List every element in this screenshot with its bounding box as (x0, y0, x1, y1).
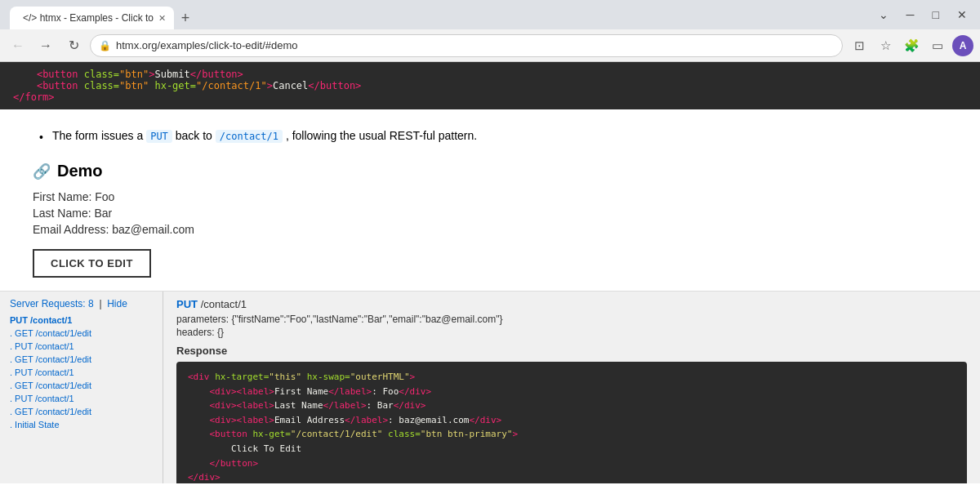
request-item-5[interactable]: . GET /contact/1/edit (10, 380, 153, 391)
request-path-0: /contact/1 (30, 315, 72, 325)
tab-bar: </> htmx - Examples - Click to ✕ + (10, 0, 869, 29)
code-line-2: <button class="btn" hx-get="/contact/1">… (13, 80, 967, 91)
toolbar-actions: ⊡ ☆ 🧩 ▭ A (848, 34, 973, 57)
requests-sidebar: Server Requests: 8 | Hide PUT /contact/1… (0, 292, 163, 483)
chevron-down-icon[interactable]: ⌄ (872, 7, 895, 23)
forward-button[interactable]: → (34, 34, 57, 57)
first-name-row: First Name: Foo (33, 190, 960, 203)
active-tab[interactable]: </> htmx - Examples - Click to ✕ (10, 7, 174, 29)
tab-title: </> htmx - Examples - Click to (23, 12, 154, 24)
detail-method: PUT (176, 298, 198, 310)
profile-avatar[interactable]: A (952, 35, 973, 56)
code-line-3: </form> (13, 91, 967, 103)
tab-close-icon[interactable]: ✕ (158, 13, 166, 24)
email-label: Email Address: (33, 223, 109, 236)
last-name-label: Last Name: (33, 207, 91, 220)
parameters-label: parameters: (176, 314, 229, 325)
headers-label: headers: (176, 327, 215, 338)
demo-section: • The form issues a PUT back to /contact… (0, 109, 980, 291)
sidebar-icon[interactable]: ▭ (926, 34, 949, 57)
demo-heading: Demo (57, 162, 103, 180)
hide-link[interactable]: Hide (107, 298, 127, 309)
parameters-value: {"firstName":"Foo","lastName":"Bar","ema… (231, 314, 502, 325)
resp-line-6: Click To Edit (188, 442, 956, 456)
put-code: PUT (146, 130, 172, 143)
server-panel: Server Requests: 8 | Hide PUT /contact/1… (0, 292, 980, 483)
email-value: baz@email.com (112, 223, 194, 236)
detail-title: PUT /contact/1 (176, 298, 967, 310)
request-path-2: /contact/1 (35, 341, 74, 351)
request-method-2: . PUT (10, 341, 33, 351)
bullet-text-middle: back to (176, 129, 216, 142)
close-button[interactable]: ✕ (951, 7, 973, 23)
minimize-button[interactable]: ─ (900, 7, 921, 23)
request-item-6[interactable]: . PUT /contact/1 (10, 393, 153, 404)
bullet-text-after: , following the usual REST-ful pattern. (286, 129, 477, 142)
request-item-3[interactable]: . GET /contact/1/edit (10, 354, 153, 365)
resp-line-5: <button hx-get="/contact/1/edit" class="… (188, 427, 956, 442)
request-path-1: /contact/1/edit (36, 328, 92, 338)
request-path-3: /contact/1/edit (36, 354, 92, 364)
resp-line-4: <div><label>Email Address</label>: baz@e… (188, 413, 956, 428)
contact-info: First Name: Foo Last Name: Bar Email Add… (33, 190, 960, 236)
bookmark-icon[interactable]: ☆ (874, 34, 897, 57)
headers-row: headers: {} (176, 327, 967, 338)
titlebar: </> htmx - Examples - Click to ✕ + ⌄ ─ □… (0, 0, 980, 29)
request-initial-label: . Initial State (10, 420, 60, 430)
request-path-7: /contact/1/edit (36, 407, 92, 416)
bullet-text-before: The form issues a (52, 129, 146, 142)
reload-button[interactable]: ↻ (62, 34, 85, 57)
new-tab-button[interactable]: + (174, 7, 197, 29)
parameters-row: parameters: {"firstName":"Foo","lastName… (176, 314, 967, 325)
request-method-4: . PUT (10, 367, 33, 377)
browser-frame: </> htmx - Examples - Click to ✕ + ⌄ ─ □… (0, 0, 980, 503)
resp-line-8: </div> (188, 470, 956, 483)
request-path-5: /contact/1/edit (36, 381, 92, 390)
page-content: <button class="btn">Submit</button> <but… (0, 62, 980, 503)
request-method-5: . GET (10, 381, 33, 390)
code-line-1: <button class="btn">Submit</button> (13, 69, 967, 80)
request-path-6: /contact/1 (35, 394, 74, 403)
demo-title-row: 🔗 Demo (33, 162, 960, 180)
request-path-4: /contact/1 (35, 367, 74, 377)
browser-content: <button class="btn">Submit</button> <but… (0, 62, 980, 503)
response-label: Response (176, 345, 967, 357)
first-name-label: First Name: (33, 190, 91, 203)
last-name-value: Bar (94, 207, 112, 220)
extensions-icon[interactable]: 🧩 (900, 34, 923, 57)
bullet-dot: • (39, 131, 43, 144)
link-icon: 🔗 (33, 162, 51, 180)
resp-line-7: </button> (188, 456, 956, 471)
address-bar[interactable]: 🔒 htmx.org/examples/click-to-edit/#demo (90, 34, 843, 57)
request-method-6: . PUT (10, 394, 33, 403)
click-to-edit-button[interactable]: CLICK TO EDIT (33, 249, 151, 278)
first-name-value: Foo (95, 190, 114, 203)
request-item-7[interactable]: . GET /contact/1/edit (10, 406, 153, 417)
headers-value: {} (217, 327, 224, 338)
code-block-top: <button class="btn">Submit</button> <but… (0, 62, 980, 109)
back-button[interactable]: ← (7, 34, 29, 57)
email-row: Email Address: baz@email.com (33, 223, 960, 236)
maximize-button[interactable]: □ (926, 7, 946, 23)
request-item-4[interactable]: . PUT /contact/1 (10, 367, 153, 378)
request-method-7: . GET (10, 407, 33, 416)
lock-icon: 🔒 (99, 40, 111, 51)
browser-toolbar: ← → ↻ 🔒 htmx.org/examples/click-to-edit/… (0, 29, 980, 62)
last-name-row: Last Name: Bar (33, 207, 960, 220)
detail-path: /contact/1 (201, 298, 247, 310)
response-code-block: <div hx-target="this" hx-swap="outerHTML… (176, 362, 967, 483)
request-item-initial[interactable]: . Initial State (10, 419, 153, 430)
request-method-1: . GET (10, 328, 33, 338)
cast-icon[interactable]: ⊡ (848, 34, 871, 57)
request-item-2[interactable]: . PUT /contact/1 (10, 341, 153, 352)
request-item-1[interactable]: . GET /contact/1/edit (10, 327, 153, 339)
resp-line-2: <div><label>First Name</label>: Foo</div… (188, 385, 956, 399)
request-detail: PUT /contact/1 parameters: {"firstName":… (163, 292, 980, 483)
bullet-point: • The form issues a PUT back to /contact… (33, 122, 960, 149)
url-text: htmx.org/examples/click-to-edit/#demo (116, 39, 834, 51)
request-method-0: PUT (10, 315, 28, 325)
window-right-controls: ⌄ ─ □ ✕ (872, 7, 973, 23)
resp-line-1: <div hx-target="this" hx-swap="outerHTML… (188, 370, 956, 385)
request-item-0[interactable]: PUT /contact/1 (10, 314, 153, 326)
server-requests-count: Server Requests: 8 (10, 298, 94, 309)
